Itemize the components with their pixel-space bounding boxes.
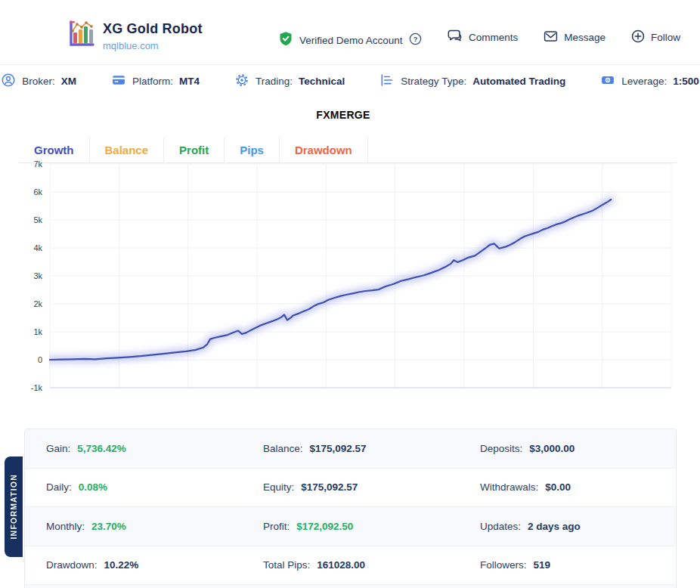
info-label: Strategy Type: xyxy=(401,76,466,87)
stat-gain: Gain:5,736.42% xyxy=(25,443,242,454)
header-actions: Comments Message xyxy=(447,29,680,45)
info-broker: Broker: XM xyxy=(1,73,76,90)
comments-label: Comments xyxy=(469,32,518,43)
stat-followers: Followers:519 xyxy=(459,559,676,571)
growth-chart[interactable]: 7k6k5k4k3k2k1k0-1k xyxy=(0,162,700,398)
follow-button[interactable]: Follow xyxy=(631,29,680,45)
stats-table: Gain:5,736.42% Balance:$175,092.57 Depos… xyxy=(24,429,677,588)
account-website[interactable]: mqlblue.com xyxy=(103,40,203,51)
y-tick-label: 4k xyxy=(14,243,42,253)
y-tick-label: 3k xyxy=(14,271,42,281)
message-button[interactable]: Message xyxy=(544,30,606,45)
tab-pips[interactable]: Pips xyxy=(225,137,280,162)
verified-badge: Verified Demo Account ? xyxy=(278,30,422,50)
svg-text:?: ? xyxy=(413,35,417,42)
stat-total-pips: Total Pips:161028.00 xyxy=(242,559,459,571)
page-title: XG Gold Robot xyxy=(103,21,203,37)
stat-deposits: Deposits:$3,000.00 xyxy=(459,443,676,454)
info-label: Broker: xyxy=(22,76,55,87)
y-tick-label: 5k xyxy=(14,215,42,225)
y-tick-label: 6k xyxy=(14,187,42,197)
help-icon[interactable]: ? xyxy=(409,32,422,48)
information-side-tab[interactable]: INFORMATION xyxy=(5,456,23,557)
user-circle-icon xyxy=(1,73,16,90)
y-tick-label: 0 xyxy=(14,355,42,365)
table-row: Gain:5,736.42% Balance:$175,092.57 Depos… xyxy=(25,429,676,469)
chart-tabs: Growth Balance Profit Pips Drawdown xyxy=(19,137,677,163)
gear-icon xyxy=(234,73,249,90)
stat-withdrawals: Withdrawals:$0.00 xyxy=(459,481,676,493)
message-label: Message xyxy=(564,32,606,43)
stat-monthly: Monthly:23.70% xyxy=(25,521,242,532)
tab-drawdown[interactable]: Drawdown xyxy=(280,137,368,162)
info-trading: Trading: Technical xyxy=(234,73,345,90)
account-page: XG Gold Robot mqlblue.com Verified Demo … xyxy=(0,0,700,588)
app-logo-icon xyxy=(65,18,97,50)
information-side-tab-label: INFORMATION xyxy=(9,474,18,540)
info-value: Technical xyxy=(299,76,345,87)
account-info-bar: Broker: XM Platform: MT4 T xyxy=(0,73,700,90)
table-row: Daily:0.08% Equity:$175,092.57 Withdrawa… xyxy=(25,469,676,508)
info-value: Automated Trading xyxy=(472,76,565,87)
stat-updates: Updates:2 days ago xyxy=(459,521,676,532)
account-name: FXMERGE xyxy=(0,109,686,121)
stat-profit: Profit:$172,092.50 xyxy=(242,521,459,532)
shield-check-icon xyxy=(278,30,293,50)
tab-balance[interactable]: Balance xyxy=(90,137,165,162)
strategy-lines-icon xyxy=(379,73,395,90)
platform-card-icon xyxy=(111,73,126,90)
stat-equity: Equity:$175,092.57 xyxy=(242,481,459,493)
verified-label: Verified Demo Account xyxy=(299,35,403,46)
info-value: MT4 xyxy=(179,76,200,87)
info-label: Trading: xyxy=(256,76,293,87)
info-label: Leverage: xyxy=(621,76,667,87)
plus-circle-icon xyxy=(631,29,645,45)
info-label: Platform: xyxy=(132,76,173,87)
stat-daily: Daily:0.08% xyxy=(25,481,242,493)
header: XG Gold Robot mqlblue.com Verified Demo … xyxy=(0,0,700,65)
info-platform: Platform: MT4 xyxy=(111,73,200,90)
envelope-icon xyxy=(544,30,558,45)
comments-icon xyxy=(447,29,463,45)
stat-drawdown: Drawdown:10.22% xyxy=(25,559,242,571)
banknote-icon xyxy=(600,73,615,90)
info-value: 1:500 xyxy=(673,76,699,87)
info-leverage: Leverage: 1:500 xyxy=(600,73,699,90)
table-row xyxy=(25,585,676,588)
info-value: XM xyxy=(61,76,76,87)
stat-balance: Balance:$175,092.57 xyxy=(242,443,459,454)
table-row: Monthly:23.70% Profit:$172,092.50 Update… xyxy=(25,507,676,546)
follow-label: Follow xyxy=(651,32,680,43)
table-row: Drawdown:10.22% Total Pips:161028.00 Fol… xyxy=(25,546,676,586)
tab-profit[interactable]: Profit xyxy=(164,137,225,162)
y-tick-label: 2k xyxy=(14,299,42,309)
y-tick-label: -1k xyxy=(14,383,42,393)
y-tick-label: 1k xyxy=(14,327,42,337)
info-strategy-type: Strategy Type: Automated Trading xyxy=(379,73,565,90)
y-tick-label: 7k xyxy=(14,159,42,169)
comments-button[interactable]: Comments xyxy=(447,29,518,45)
growth-line-plot xyxy=(49,163,672,388)
